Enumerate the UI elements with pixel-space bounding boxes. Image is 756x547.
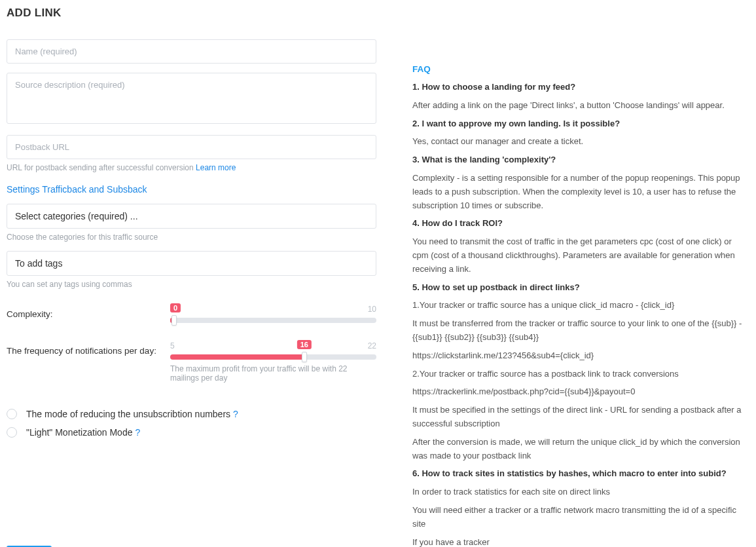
help-icon[interactable]: ? xyxy=(135,427,140,438)
tags-input[interactable]: To add tags xyxy=(7,251,376,276)
frequency-slider[interactable]: 16 xyxy=(170,354,376,360)
description-input[interactable] xyxy=(7,73,376,124)
faq-a6c: If you have a tracker xyxy=(412,536,749,547)
faq-a6a: In order to track statistics for each si… xyxy=(412,485,749,499)
form-panel: URL for postback sending after successfu… xyxy=(7,39,376,547)
faq-q6: 6. How to track sites in statistics by h… xyxy=(412,467,749,481)
complexity-max: 10 xyxy=(368,305,376,314)
name-input[interactable] xyxy=(7,39,376,64)
categories-select[interactable]: Select categories (required) ... xyxy=(7,204,376,229)
frequency-min: 5 xyxy=(170,341,175,350)
faq-a6b: You will need either a tracker or a traf… xyxy=(412,504,749,531)
frequency-value-badge: 16 xyxy=(297,340,312,349)
faq-q5: 5. How to set up postback in direct link… xyxy=(412,281,749,295)
faq-q1: 1. How to choose a landing for my feed? xyxy=(412,81,749,94)
reduce-unsub-label: The mode of reducing the unsubscribtion … xyxy=(26,409,230,419)
frequency-max: 22 xyxy=(368,341,376,350)
complexity-value-badge: 0 xyxy=(170,303,181,312)
frequency-label: The frequency of notifications per day: xyxy=(7,346,170,356)
page-title: ADD LINK xyxy=(7,7,749,20)
frequency-note: The maximum profit from your traffic wil… xyxy=(170,364,376,383)
reduce-unsub-checkbox[interactable] xyxy=(7,409,17,419)
light-mode-label: "Light" Monetization Mode xyxy=(26,427,132,438)
complexity-handle[interactable] xyxy=(171,315,177,326)
faq-a2: Yes, contact our manager and create a ti… xyxy=(412,135,749,149)
tags-hint: You can set any tags using commas xyxy=(7,280,376,289)
postback-url-input[interactable] xyxy=(7,135,376,159)
faq-q4: 4. How do I track ROI? xyxy=(412,217,749,231)
faq-a4: You need to transmit the cost of traffic… xyxy=(412,235,749,276)
faq-a5f: It must be specified in the settings of … xyxy=(412,404,749,431)
trafficback-link[interactable]: Settings Trafficback and Subsback xyxy=(7,184,147,195)
postback-hint: URL for postback sending after successfu… xyxy=(7,163,376,172)
faq-a5e: https://trackerlink.me/postback.php?cid=… xyxy=(412,385,749,399)
faq-a3: Complexity - is a setting responsible fo… xyxy=(412,172,749,212)
faq-panel: FAQ 1. How to choose a landing for my fe… xyxy=(412,39,749,547)
faq-q2: 2. I want to approve my own landing. Is … xyxy=(412,117,749,131)
faq-a1: After adding a link on the page 'Direct … xyxy=(412,99,749,113)
faq-a5a: 1.Your tracker or traffic source has a u… xyxy=(412,299,749,312)
complexity-label: Complexity: xyxy=(7,309,170,319)
faq-a5d: 2.Your tracker or traffic source has a p… xyxy=(412,368,749,381)
learn-more-link[interactable]: Learn more xyxy=(196,163,236,172)
help-icon[interactable]: ? xyxy=(233,409,238,419)
faq-q3: 3. What is the landing 'complexity'? xyxy=(412,153,749,167)
faq-a5b: It must be transferred from the tracker … xyxy=(412,317,749,345)
faq-title: FAQ xyxy=(412,64,749,74)
complexity-slider[interactable] xyxy=(170,318,376,323)
categories-hint: Choose the categories for this traffic s… xyxy=(7,233,376,242)
faq-a5g: After the conversion is made, we will re… xyxy=(412,436,749,463)
faq-a5c: https://clickstarlink.me/123?456&sub4={c… xyxy=(412,349,749,363)
frequency-handle[interactable] xyxy=(302,352,307,362)
light-mode-checkbox[interactable] xyxy=(7,427,17,438)
